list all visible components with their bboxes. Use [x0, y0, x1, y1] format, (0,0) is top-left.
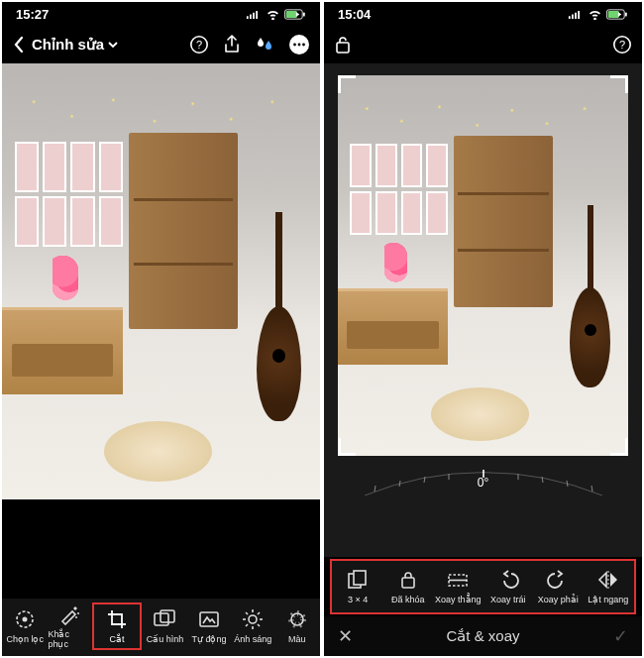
- tool-label: Chọn lọc: [6, 634, 44, 644]
- tool-label: Đã khóa: [391, 595, 425, 604]
- tool-label: Khắc phục: [48, 629, 89, 649]
- tool-label: 3 × 4: [348, 595, 368, 604]
- tool-label: Lật ngang: [588, 595, 628, 604]
- svg-point-10: [23, 617, 28, 622]
- light-icon: [242, 608, 264, 630]
- tool-cau-hinh[interactable]: Cấu hình: [144, 608, 185, 644]
- svg-line-34: [399, 481, 400, 487]
- svg-rect-13: [155, 613, 168, 625]
- svg-rect-28: [625, 12, 627, 16]
- svg-rect-2: [286, 11, 297, 18]
- lock-orientation-icon[interactable]: [334, 35, 352, 55]
- crop-canvas[interactable]: [338, 75, 628, 456]
- crop-tool-rotate-left[interactable]: Xoay trái: [484, 569, 533, 604]
- crop-icon: [106, 608, 128, 630]
- tool-mau[interactable]: Màu: [276, 608, 318, 644]
- status-indicators: [568, 9, 628, 20]
- crop-header: ?: [324, 26, 642, 63]
- auto-icon: [197, 608, 221, 630]
- crop-tool-rotate-right[interactable]: Xoay phải: [534, 569, 583, 604]
- svg-line-24: [246, 624, 248, 626]
- svg-rect-44: [402, 578, 414, 588]
- help-icon[interactable]: ?: [612, 35, 632, 55]
- header-title-button[interactable]: Chỉnh sửa: [32, 36, 118, 54]
- crop-mode-bar: ✕ Cắt & xoay ✓: [324, 616, 642, 656]
- svg-point-11: [75, 616, 77, 618]
- tool-anh-sang[interactable]: Ánh sáng: [232, 608, 273, 644]
- tool-tu-dong[interactable]: Tự động: [188, 608, 230, 644]
- more-icon[interactable]: [288, 34, 310, 55]
- rotation-angle: 0°: [478, 476, 488, 490]
- svg-line-23: [258, 612, 260, 614]
- status-bar: 15:27: [2, 2, 320, 26]
- svg-line-41: [591, 486, 592, 492]
- tool-khac-phuc[interactable]: Khắc phục: [48, 603, 89, 649]
- flip-horizontal-icon: [596, 569, 620, 591]
- svg-point-7: [298, 44, 301, 47]
- mode-title: Cắt & xoay: [446, 627, 519, 645]
- edit-tools-strip: Chọn lọc Khắc phục Cắt Cấu hình Tự động: [2, 599, 320, 656]
- chevron-down-icon: [108, 41, 118, 49]
- tool-label: Tự động: [191, 634, 226, 644]
- svg-text:?: ?: [196, 39, 202, 51]
- svg-point-6: [293, 44, 296, 47]
- header-title-text: Chỉnh sửa: [32, 36, 104, 54]
- tool-label: Xoay trái: [490, 595, 526, 604]
- tool-label: Ánh sáng: [234, 634, 271, 644]
- crop-tool-ratio[interactable]: 3 × 4: [334, 569, 382, 604]
- tool-cat[interactable]: Cắt: [92, 603, 142, 650]
- drops-icon[interactable]: [255, 36, 274, 54]
- color-icon: [286, 608, 308, 630]
- aspect-ratio-icon: [347, 569, 369, 591]
- cancel-button[interactable]: ✕: [338, 625, 353, 647]
- tool-label: Cấu hình: [147, 634, 184, 644]
- tool-label: Màu: [288, 634, 306, 644]
- phone-screen-crop: 15:04 ?: [324, 2, 642, 656]
- svg-text:?: ?: [619, 39, 625, 51]
- svg-rect-43: [354, 571, 366, 585]
- confirm-button[interactable]: ✓: [613, 625, 628, 647]
- crop-tool-lock[interactable]: Đã khóa: [384, 569, 433, 604]
- svg-rect-1: [303, 12, 305, 16]
- svg-line-22: [258, 624, 260, 626]
- svg-line-40: [567, 481, 568, 487]
- share-icon[interactable]: [223, 35, 241, 55]
- rotation-dial[interactable]: 0°: [324, 456, 642, 501]
- svg-point-8: [302, 44, 305, 47]
- straighten-icon: [446, 569, 470, 591]
- svg-rect-29: [608, 11, 619, 18]
- tool-label: Cắt: [110, 634, 125, 644]
- svg-rect-30: [337, 43, 349, 53]
- crop-canvas-area: 0°: [324, 63, 642, 557]
- back-icon[interactable]: [12, 36, 26, 54]
- edit-header: Chỉnh sửa ?: [2, 26, 320, 63]
- heal-icon: [58, 603, 80, 625]
- profiles-icon: [153, 608, 176, 630]
- svg-rect-14: [161, 610, 174, 622]
- rotate-left-icon: [497, 569, 519, 591]
- photo-canvas[interactable]: [2, 63, 320, 599]
- crop-tool-straighten[interactable]: Xoay thẳng: [434, 569, 483, 604]
- lock-icon: [399, 569, 417, 591]
- selective-icon: [14, 608, 36, 630]
- svg-line-33: [375, 486, 376, 492]
- rotate-right-icon: [547, 569, 569, 591]
- status-indicators: [246, 9, 306, 20]
- status-time: 15:27: [16, 7, 49, 22]
- svg-point-16: [249, 615, 257, 623]
- svg-point-12: [77, 612, 79, 614]
- tool-chon-loc[interactable]: Chọn lọc: [4, 608, 46, 644]
- status-time: 15:04: [338, 7, 371, 22]
- tool-label: Xoay phải: [538, 595, 579, 604]
- phone-screen-edit: 15:27 Chỉnh sửa ?: [2, 2, 320, 656]
- crop-tool-flip-h[interactable]: Lật ngang: [585, 569, 633, 604]
- status-bar: 15:04: [324, 2, 642, 26]
- crop-tools-strip: 3 × 4 Đã khóa Xoay thẳng Xoay trái Xoay …: [330, 559, 636, 614]
- tool-label: Xoay thẳng: [435, 595, 482, 604]
- help-icon[interactable]: ?: [189, 35, 209, 55]
- svg-line-21: [246, 612, 248, 614]
